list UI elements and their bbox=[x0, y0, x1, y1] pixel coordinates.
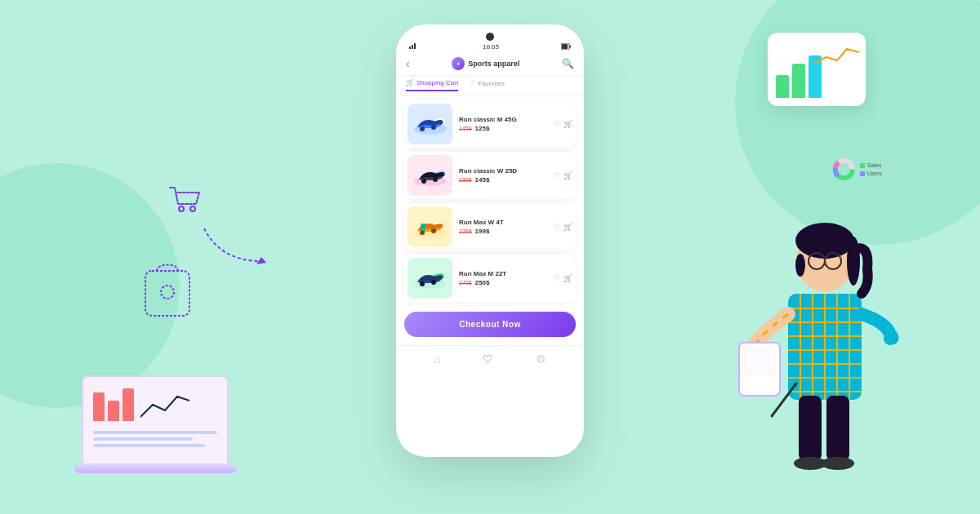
cart-icon-1[interactable]: 🛒 bbox=[564, 120, 572, 128]
svg-rect-49 bbox=[826, 396, 849, 461]
product-new-price-3: 199$ bbox=[475, 228, 490, 235]
svg-rect-9 bbox=[409, 47, 411, 49]
deco-bag bbox=[139, 253, 196, 326]
svg-point-26 bbox=[420, 281, 425, 286]
product-new-price-4: 250$ bbox=[475, 279, 490, 286]
product-old-price-1: 145$ bbox=[459, 126, 472, 131]
wishlist-icon-2[interactable]: ♡ bbox=[554, 171, 560, 179]
pie-chart: Sales Users bbox=[833, 147, 882, 192]
product-actions-1: ♡ 🛒 bbox=[554, 120, 572, 128]
laptop-bar-2 bbox=[108, 401, 119, 421]
cart-tab-icon: 🛒 bbox=[406, 79, 414, 86]
svg-point-4 bbox=[179, 206, 184, 211]
wishlist-icon-3[interactable]: ♡ bbox=[554, 223, 560, 231]
product-image-1 bbox=[408, 104, 452, 144]
product-item-3[interactable]: Run Max W 4T 225$ 199$ ♡ 🛒 bbox=[404, 203, 576, 250]
svg-point-19 bbox=[421, 179, 426, 184]
product-info-3: Run Max W 4T 225$ 199$ bbox=[459, 219, 547, 235]
phone-header: ‹ ★ Sports apparel 🔍 bbox=[396, 54, 584, 76]
app-title: Sports apparel bbox=[468, 60, 519, 68]
cart-icon-4[interactable]: 🛒 bbox=[564, 274, 572, 282]
product-info-1: Run classic M 45G 145$ 125$ bbox=[459, 116, 547, 132]
laptop-bar-3 bbox=[122, 388, 134, 421]
search-icon[interactable]: 🔍 bbox=[562, 58, 574, 69]
person-illustration bbox=[735, 188, 915, 498]
product-old-price-2: 230$ bbox=[459, 177, 472, 183]
app-logo: ★ bbox=[452, 57, 465, 70]
svg-point-27 bbox=[431, 280, 436, 285]
product-name-2: Run classic W 25D bbox=[459, 167, 547, 175]
product-info-2: Run classic W 25D 230$ 145$ bbox=[459, 167, 547, 184]
cart-icon-3[interactable]: 🛒 bbox=[564, 223, 572, 231]
fav-tab-icon: ♡ bbox=[470, 80, 475, 87]
tab-shopping-cart[interactable]: 🛒 Shopping Cart bbox=[406, 79, 458, 91]
laptop-line-chart bbox=[140, 384, 189, 421]
svg-point-5 bbox=[190, 206, 195, 211]
wishlist-icon-4[interactable]: ♡ bbox=[554, 274, 560, 282]
product-name-4: Run Max M 22T bbox=[459, 270, 547, 277]
svg-marker-8 bbox=[256, 257, 266, 264]
product-old-price-4: 270$ bbox=[459, 280, 472, 286]
nav-heart-icon[interactable]: ♡ bbox=[483, 352, 493, 366]
product-prices-4: 270$ 250$ bbox=[459, 279, 547, 286]
laptop-base bbox=[74, 465, 237, 473]
phone-mockup: 16:05 ‹ ★ Sports apparel 🔍 🛒 Shoppin bbox=[396, 24, 584, 457]
wishlist-icon-1[interactable]: ♡ bbox=[554, 120, 560, 128]
product-actions-3: ♡ 🛒 bbox=[554, 223, 572, 231]
status-signal bbox=[409, 42, 421, 51]
phone-notch bbox=[486, 33, 494, 41]
bottom-nav: ⌂ ♡ ⚙ bbox=[396, 345, 584, 372]
status-icons bbox=[561, 43, 571, 50]
svg-point-44 bbox=[795, 254, 805, 277]
laptop-decoration bbox=[82, 375, 261, 490]
product-item-2[interactable]: Run classic W 25D 230$ 145$ ♡ 🛒 bbox=[404, 152, 576, 199]
svg-rect-13 bbox=[562, 44, 568, 49]
laptop-bar-1 bbox=[93, 392, 105, 421]
checkout-button[interactable]: Checkout Now bbox=[404, 312, 576, 337]
chart-bar-2 bbox=[792, 64, 805, 98]
svg-rect-11 bbox=[414, 43, 416, 49]
svg-point-16 bbox=[420, 126, 425, 131]
product-actions-2: ♡ 🛒 bbox=[554, 171, 572, 179]
dashed-arrow bbox=[196, 220, 270, 273]
svg-rect-24 bbox=[421, 224, 425, 231]
product-new-price-1: 125$ bbox=[475, 125, 490, 132]
product-name-3: Run Max W 4T bbox=[459, 219, 547, 226]
product-image-2 bbox=[408, 155, 452, 196]
product-item-4[interactable]: Run Max M 22T 270$ 250$ ♡ 🛒 bbox=[404, 255, 576, 302]
phone-tabs: 🛒 Shopping Cart ♡ Favorites bbox=[396, 76, 584, 95]
product-item-1[interactable]: Run classic M 45G 145$ 125$ ♡ 🛒 bbox=[404, 100, 576, 148]
product-list: Run classic M 45G 145$ 125$ ♡ 🛒 bbox=[396, 95, 584, 307]
svg-point-7 bbox=[161, 286, 174, 299]
nav-gear-icon[interactable]: ⚙ bbox=[536, 352, 546, 366]
deco-cart bbox=[163, 179, 208, 228]
svg-point-17 bbox=[431, 125, 436, 130]
product-image-3 bbox=[408, 206, 452, 247]
product-info-4: Run Max M 22T 270$ 250$ bbox=[459, 270, 547, 286]
product-name-1: Run classic M 45G bbox=[459, 116, 547, 123]
svg-rect-48 bbox=[799, 396, 822, 461]
svg-rect-10 bbox=[412, 45, 413, 49]
svg-rect-53 bbox=[743, 347, 776, 375]
product-actions-4: ♡ 🛒 bbox=[554, 274, 572, 282]
product-old-price-3: 225$ bbox=[459, 228, 472, 234]
svg-rect-6 bbox=[145, 271, 189, 316]
product-prices-3: 225$ 199$ bbox=[459, 228, 547, 235]
product-prices-2: 230$ 145$ bbox=[459, 176, 547, 184]
tab-favorites[interactable]: ♡ Favorites bbox=[470, 79, 505, 91]
fav-tab-label: Favorites bbox=[478, 80, 505, 87]
back-button[interactable]: ‹ bbox=[406, 57, 410, 70]
svg-point-20 bbox=[433, 177, 438, 182]
app-title-container: ★ Sports apparel bbox=[452, 57, 519, 70]
status-bar: 16:05 bbox=[396, 41, 584, 54]
cart-tab-label: Shopping Cart bbox=[416, 79, 458, 86]
chart-bar-1 bbox=[776, 75, 789, 98]
nav-home-icon[interactable]: ⌂ bbox=[434, 352, 440, 366]
svg-rect-14 bbox=[570, 46, 572, 48]
cart-icon-2[interactable]: 🛒 bbox=[564, 171, 572, 179]
product-prices-1: 145$ 125$ bbox=[459, 125, 547, 132]
chart-card bbox=[768, 33, 866, 106]
svg-point-42 bbox=[795, 223, 854, 259]
chart-line bbox=[814, 42, 859, 67]
svg-point-51 bbox=[822, 457, 854, 470]
